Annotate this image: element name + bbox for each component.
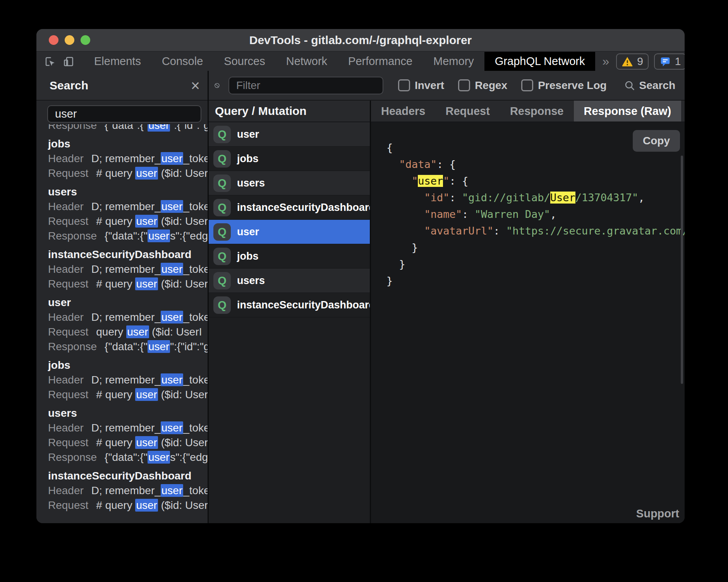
network-search-button[interactable]: Search	[624, 79, 675, 92]
search-match-highlight: user	[148, 340, 170, 353]
result-line-text: _token=e	[183, 374, 208, 386]
result-line-label: Request	[48, 278, 88, 290]
search-panel-title: Search	[50, 79, 88, 92]
detail-tab-request[interactable]: Request	[435, 101, 500, 122]
tab-graphql-network[interactable]: GraphQL Network	[484, 52, 596, 71]
minimize-window-button[interactable]	[65, 35, 74, 45]
search-match-highlight: user	[135, 388, 158, 401]
zoom-window-button[interactable]	[81, 35, 90, 45]
json-match-highlight: User	[550, 192, 575, 204]
search-input-wrap	[36, 101, 208, 124]
titlebar: DevTools - gitlab.com/-/graphql-explorer	[36, 29, 685, 52]
result-line-text: D; remember_	[91, 484, 161, 496]
query-item-users[interactable]: Qusers	[209, 171, 370, 195]
search-result-line: Requestquery user ($id: UserI	[48, 325, 208, 339]
query-item-instancesecuritydashboard[interactable]: QinstanceSecurityDashboard	[209, 195, 370, 220]
tabstrip-right-controls: 9 1 ⚙	[616, 52, 685, 71]
tab-performance[interactable]: Performance	[338, 52, 423, 71]
filter-input[interactable]	[228, 77, 383, 94]
filter-bar: InvertRegexPreserve Log Search	[209, 71, 685, 101]
result-line-text: _token=e	[183, 484, 208, 496]
checkbox-box	[458, 79, 470, 91]
search-result[interactable]: Response{"data":{"user":{"id":"gi	[48, 124, 208, 133]
search-result[interactable]: instanceSecurityDashboardHeaderD; rememb…	[48, 247, 208, 291]
search-result-title: user	[48, 295, 208, 310]
search-results-list: Response{"data":{"user":{"id":"gijobsHea…	[36, 124, 208, 523]
result-line-label: Request	[48, 499, 88, 511]
more-tabs-button[interactable]: »	[595, 52, 616, 71]
detail-tab-response[interactable]: Response	[500, 101, 574, 122]
json-token: /13704317"	[575, 192, 639, 204]
search-result[interactable]: jobsHeaderD; remember_user_token=eReques…	[48, 358, 208, 402]
search-result-line: Request# query user ($id: UserI	[48, 387, 208, 402]
search-result-line: HeaderD; remember_user_token=e	[48, 262, 208, 277]
search-panel-close-icon[interactable]: ×	[191, 78, 200, 93]
query-item-user[interactable]: Quser	[209, 122, 370, 147]
json-token: "Warren Day"	[475, 208, 550, 220]
tab-memory[interactable]: Memory	[423, 52, 484, 71]
device-toolbar-icon[interactable]	[63, 56, 74, 67]
search-result-line: Request# query user ($id: UserI	[48, 435, 208, 450]
query-item-jobs[interactable]: Qjobs	[209, 244, 370, 269]
tab-elements[interactable]: Elements	[84, 52, 151, 71]
result-line-text: ":{"id":"gi	[170, 124, 208, 131]
detail-scrollbar[interactable]	[681, 156, 683, 384]
query-item-user[interactable]: Quser	[209, 220, 370, 244]
json-token: }	[399, 258, 405, 270]
devtools-tabs: ElementsConsoleSourcesNetworkPerformance…	[84, 52, 595, 71]
query-item-users[interactable]: Qusers	[209, 269, 370, 293]
checkbox-preserve-log[interactable]: Preserve Log	[521, 79, 606, 92]
search-match-highlight: user	[135, 167, 158, 180]
json-indent	[386, 258, 399, 270]
json-indent	[386, 158, 399, 170]
json-token: ,	[550, 208, 556, 220]
tabstrip-icons	[36, 52, 79, 71]
result-line-text: # query	[96, 389, 135, 401]
checkbox-regex[interactable]: Regex	[458, 79, 507, 92]
query-type-badge: Q	[213, 296, 231, 314]
search-result[interactable]: userHeaderD; remember_user_token=eReques…	[48, 295, 208, 354]
search-result[interactable]: usersHeaderD; remember_user_token=eReque…	[48, 406, 208, 465]
search-result[interactable]: jobsHeaderD; remember_user_token=eReques…	[48, 137, 208, 181]
detail-close-icon[interactable]: ×	[681, 101, 685, 122]
detail-tab-headers[interactable]: Headers	[371, 101, 435, 122]
tab-sources[interactable]: Sources	[213, 52, 275, 71]
tab-network[interactable]: Network	[276, 52, 338, 71]
detail-tab-response-raw[interactable]: Response (Raw)	[574, 101, 682, 122]
checkbox-invert[interactable]: Invert	[398, 79, 444, 92]
inspect-element-icon[interactable]	[44, 56, 56, 67]
result-line-label: Request	[48, 389, 88, 401]
query-item-instancesecuritydashboard[interactable]: QinstanceSecurityDashboard	[209, 293, 370, 317]
search-result[interactable]: usersHeaderD; remember_user_token=eReque…	[48, 185, 208, 243]
search-match-highlight: user	[135, 436, 158, 449]
query-item-jobs[interactable]: Qjobs	[209, 147, 370, 171]
clear-log-icon[interactable]	[214, 80, 220, 91]
close-window-button[interactable]	[49, 35, 58, 45]
search-input[interactable]	[47, 105, 201, 123]
search-match-highlight: user	[161, 484, 183, 497]
json-line: }	[386, 239, 685, 256]
support-link[interactable]: Support	[636, 507, 679, 520]
result-line-text: # query	[96, 278, 135, 290]
result-line-text: # query	[96, 436, 135, 448]
json-line: }	[386, 272, 685, 289]
warnings-badge[interactable]: 9	[616, 53, 649, 70]
result-line-text: ":{"id":"gid	[170, 341, 208, 353]
query-mutation-header: Query / Mutation	[209, 101, 370, 122]
json-token: {	[462, 175, 468, 187]
json-token: :	[493, 225, 506, 237]
search-match-highlight: user	[148, 451, 170, 464]
detail-tabs: HeadersRequestResponseResponse (Raw)	[371, 101, 681, 122]
search-match-highlight: user	[135, 277, 158, 290]
result-line-text: {"data":{"	[105, 451, 148, 463]
tab-console[interactable]: Console	[151, 52, 213, 71]
issues-badge[interactable]: 1	[654, 53, 685, 70]
search-result[interactable]: instanceSecurityDashboardHeaderD; rememb…	[48, 469, 208, 513]
devtools-window: DevTools - gitlab.com/-/graphql-explorer…	[36, 29, 685, 523]
result-line-text: # query	[96, 215, 135, 227]
copy-button[interactable]: Copy	[633, 130, 680, 152]
checkbox-box	[398, 79, 410, 91]
json-line: "data": {	[386, 156, 685, 173]
query-item-label: instanceSecurityDashboard	[237, 202, 370, 214]
search-match-highlight: user	[161, 311, 183, 324]
